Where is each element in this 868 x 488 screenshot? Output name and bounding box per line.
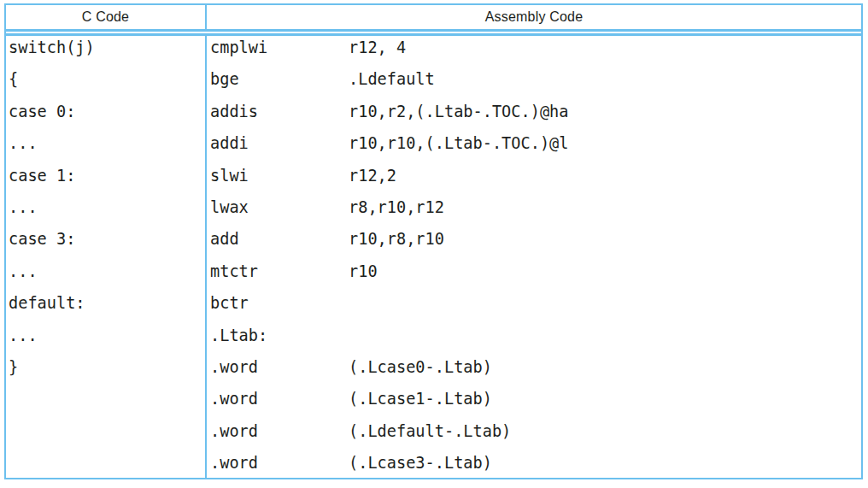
assembly-code-line: .word(.Lcase3-.Ltab): [210, 447, 861, 478]
c-code-cell: switch(j){case 0:...case 1:...case 3:...…: [6, 36, 207, 478]
c-code-line: case 0:: [9, 96, 205, 127]
assembly-operands: r10: [349, 262, 378, 280]
assembly-code-line: .Ltab:: [210, 320, 861, 351]
assembly-mnemonic: .word: [210, 383, 349, 415]
assembly-operands: (.Lcase3-.Ltab): [349, 454, 492, 472]
c-code-column-body: switch(j){case 0:...case 1:...case 3:...…: [9, 36, 205, 383]
c-code-line: case 1:: [9, 160, 205, 191]
assembly-mnemonic: .word: [210, 415, 349, 447]
assembly-operands: (.Lcase1-.Ltab): [349, 390, 492, 408]
c-code-line: ...: [9, 127, 205, 159]
assembly-code-line: .word(.Lcase1-.Ltab): [210, 383, 861, 415]
table-body-row: switch(j){case 0:...case 1:...case 3:...…: [6, 36, 861, 478]
assembly-mnemonic: .word: [210, 447, 349, 478]
assembly-mnemonic: bctr: [210, 287, 349, 319]
code-comparison-table: C Code Assembly Code switch(j){case 0:..…: [4, 3, 863, 479]
c-code-line: case 3:: [9, 223, 205, 255]
table-header-row: C Code Assembly Code: [6, 5, 861, 36]
assembly-operands: r10,r10,(.Ltab-.TOC.)@l: [349, 134, 568, 152]
c-code-line: }: [9, 351, 205, 383]
assembly-code-line: bctr: [210, 287, 861, 319]
assembly-operands: r10,r8,r10: [349, 230, 444, 248]
assembly-operands: .Ldefault: [349, 70, 435, 88]
assembly-operands: r8,r10,r12: [349, 198, 444, 216]
assembly-code-line: cmplwir12, 4: [210, 36, 861, 63]
assembly-code-line: .word(.Lcase0-.Ltab): [210, 351, 861, 383]
column-header-assembly-code: Assembly Code: [207, 5, 861, 29]
assembly-operands: (.Lcase0-.Ltab): [349, 358, 492, 376]
c-code-line: ...: [9, 320, 205, 351]
assembly-mnemonic: bge: [210, 63, 349, 95]
assembly-mnemonic: mtctr: [210, 256, 349, 287]
assembly-operands: r12, 4: [349, 38, 406, 56]
assembly-code-line: lwaxr8,r10,r12: [210, 191, 861, 223]
assembly-operands: r10,r2,(.Ltab-.TOC.)@ha: [349, 103, 568, 121]
assembly-code-line: bge.Ldefault: [210, 63, 861, 95]
c-code-line: ...: [9, 191, 205, 223]
assembly-mnemonic: slwi: [210, 160, 349, 191]
assembly-code-line: .word(.Ldefault-.Ltab): [210, 415, 861, 447]
column-header-c-code: C Code: [6, 5, 207, 29]
assembly-code-line: slwir12,2: [210, 160, 861, 191]
assembly-mnemonic: addis: [210, 96, 349, 127]
assembly-mnemonic: addi: [210, 127, 349, 159]
assembly-mnemonic: .word: [210, 351, 349, 383]
assembly-mnemonic: add: [210, 223, 349, 255]
c-code-line: switch(j): [9, 36, 205, 63]
assembly-code-column-body: cmplwir12, 4bge.Ldefaultaddisr10,r2,(.Lt…: [210, 36, 861, 478]
assembly-code-line: mtctrr10: [210, 256, 861, 287]
assembly-operands: r12,2: [349, 167, 396, 185]
assembly-code-line: addir10,r10,(.Ltab-.TOC.)@l: [210, 127, 861, 159]
assembly-code-line: addr10,r8,r10: [210, 223, 861, 255]
assembly-code-cell: cmplwir12, 4bge.Ldefaultaddisr10,r2,(.Lt…: [207, 36, 861, 478]
c-code-line: default:: [9, 287, 205, 319]
c-code-line: ...: [9, 256, 205, 287]
assembly-code-line: addisr10,r2,(.Ltab-.TOC.)@ha: [210, 96, 861, 127]
assembly-mnemonic: cmplwi: [210, 36, 349, 63]
c-code-line: {: [9, 63, 205, 95]
assembly-mnemonic: lwax: [210, 191, 349, 223]
assembly-operands: (.Ldefault-.Ltab): [349, 422, 511, 440]
assembly-mnemonic: .Ltab:: [210, 320, 349, 351]
